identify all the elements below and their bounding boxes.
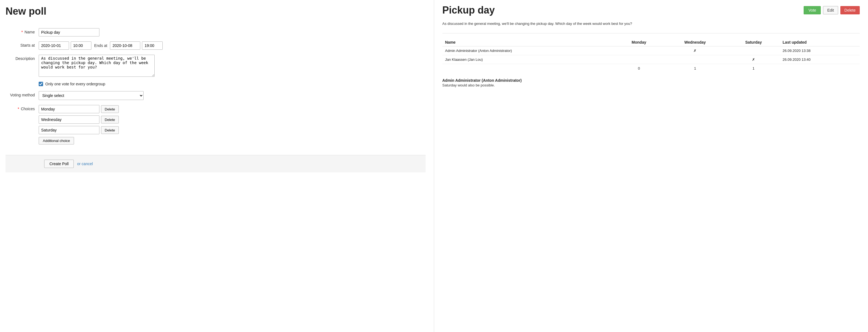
description-textarea[interactable]: As discussed in the general meeting, we'… xyxy=(39,55,155,77)
choices-row: * Choices Delete Delete Delete xyxy=(5,105,426,145)
total-saturday: 1 xyxy=(727,64,780,73)
row-0-saturday xyxy=(727,46,780,55)
new-poll-panel: New poll * Name Starts at Ends at xyxy=(0,0,434,332)
choices-container: Delete Delete Delete Additional choice xyxy=(39,105,119,145)
col-header-name: Name xyxy=(442,38,615,47)
description-label: Description xyxy=(5,55,39,61)
name-required: * xyxy=(21,30,23,34)
row-0-monday xyxy=(615,46,663,55)
row-1-monday xyxy=(615,55,663,64)
vote-button[interactable]: Vote xyxy=(804,6,821,14)
or-cancel-link[interactable]: or cancel xyxy=(77,161,93,166)
row-0-last-updated: 26.09.2020 13:38 xyxy=(780,46,860,55)
edit-button[interactable]: Edit xyxy=(823,6,838,14)
col-header-wednesday: Wednesday xyxy=(663,38,727,47)
poll-description: As discussed in the general meeting, we'… xyxy=(442,21,860,27)
right-header: Pickup day Vote Edit Delete xyxy=(442,4,860,16)
choices-label: * Choices xyxy=(5,105,39,111)
create-poll-button[interactable]: Create Poll xyxy=(44,160,74,168)
delete-choice-2-button[interactable]: Delete xyxy=(101,126,119,134)
one-vote-checkbox[interactable] xyxy=(39,82,43,86)
ends-time-input[interactable] xyxy=(142,41,163,50)
row-0-name: Admin Administrator (Anton Administrator… xyxy=(442,46,615,55)
choice-row-1: Delete xyxy=(39,116,119,124)
row-0-wednesday: ✗ xyxy=(663,46,727,55)
voting-method-row: Voting method Single select xyxy=(5,91,426,100)
col-header-monday: Monday xyxy=(615,38,663,47)
delete-button[interactable]: Delete xyxy=(840,6,860,14)
choices-required: * xyxy=(18,107,19,111)
row-1-wednesday xyxy=(663,55,727,64)
starts-at-label: Starts at xyxy=(5,41,39,48)
name-row: * Name xyxy=(5,28,426,36)
comment-author: Admin Administrator (Anton Administrator… xyxy=(442,78,860,83)
description-row: Description As discussed in the general … xyxy=(5,55,426,77)
checkbox-row: Only one vote for every ordergroup xyxy=(5,82,426,86)
additional-choice-button[interactable]: Additional choice xyxy=(39,137,74,145)
choice-input-2[interactable] xyxy=(39,126,99,134)
total-monday: 0 xyxy=(615,64,663,73)
table-row-0: Admin Administrator (Anton Administrator… xyxy=(442,46,860,55)
ends-date-input[interactable] xyxy=(110,41,140,50)
page-title: New poll xyxy=(5,5,426,17)
delete-choice-0-button[interactable]: Delete xyxy=(101,105,119,113)
starts-date-input[interactable] xyxy=(39,41,69,50)
choice-row-2: Delete xyxy=(39,126,119,134)
comment-text: Saturday would also be possible. xyxy=(442,83,860,87)
row-1-last-updated: 26.09.2020 13:40 xyxy=(780,55,860,64)
ends-at-label: Ends at xyxy=(94,43,107,48)
comment-section: Admin Administrator (Anton Administrator… xyxy=(442,78,860,87)
row-1-name: Jan Klaassen (Jan Lou) xyxy=(442,55,615,64)
poll-results-panel: Pickup day Vote Edit Delete As discussed… xyxy=(434,0,868,332)
voting-method-select[interactable]: Single select xyxy=(39,91,144,100)
voting-method-label: Voting method xyxy=(5,91,39,97)
dates-row: Starts at Ends at xyxy=(5,41,426,50)
one-vote-label: Only one vote for every ordergroup xyxy=(45,82,105,86)
poll-title: Pickup day xyxy=(442,4,495,16)
col-header-saturday: Saturday xyxy=(727,38,780,47)
row-1-saturday: ✗ xyxy=(727,55,780,64)
poll-results-table: Name Monday Wednesday Saturday Last upda… xyxy=(442,38,860,73)
choice-input-0[interactable] xyxy=(39,105,99,113)
choice-input-1[interactable] xyxy=(39,116,99,124)
totals-label xyxy=(442,64,615,73)
choice-row-0: Delete xyxy=(39,105,119,113)
table-header-row: Name Monday Wednesday Saturday Last upda… xyxy=(442,38,860,47)
starts-time-input[interactable] xyxy=(71,41,91,50)
delete-choice-1-button[interactable]: Delete xyxy=(101,116,119,123)
table-divider xyxy=(442,33,860,33)
col-header-last-updated: Last updated xyxy=(780,38,860,47)
total-wednesday: 1 xyxy=(663,64,727,73)
checkbox-group: Only one vote for every ordergroup xyxy=(39,82,105,86)
action-buttons: Vote Edit Delete xyxy=(804,4,860,14)
totals-row: 0 1 1 xyxy=(442,64,860,73)
form-footer: Create Poll or cancel xyxy=(5,155,426,172)
table-row-1: Jan Klaassen (Jan Lou) ✗ 26.09.2020 13:4… xyxy=(442,55,860,64)
name-input[interactable] xyxy=(39,28,99,36)
poll-form: * Name Starts at Ends at Description xyxy=(5,25,426,152)
name-label: * Name xyxy=(5,28,39,34)
dates-group: Ends at xyxy=(39,41,163,50)
